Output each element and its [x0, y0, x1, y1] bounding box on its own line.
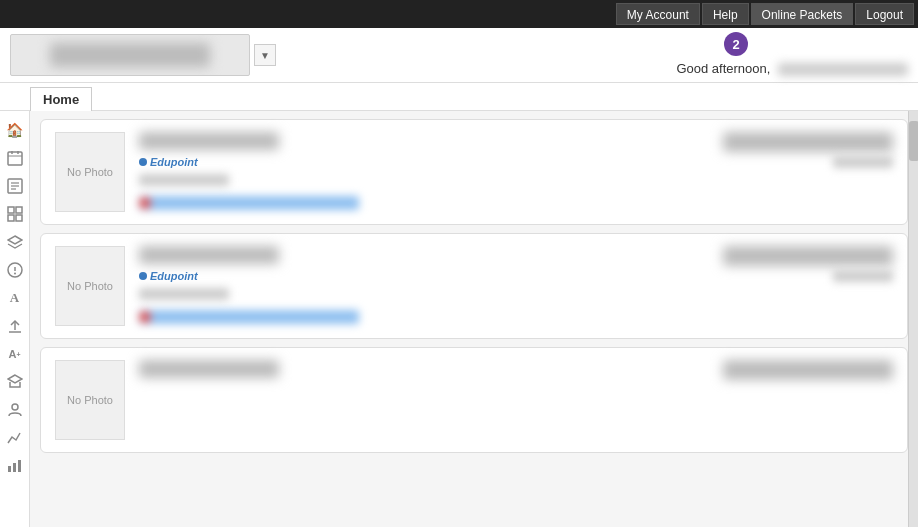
logo-box	[10, 34, 250, 76]
edupoint-dot	[139, 272, 147, 280]
font-icon[interactable]: A	[2, 285, 28, 311]
notification-badge[interactable]: 2	[724, 32, 748, 56]
card-right	[693, 360, 893, 380]
home-tab[interactable]: Home	[30, 87, 92, 111]
svg-rect-10	[8, 215, 14, 221]
student-card: No Photo Edupoint	[40, 233, 908, 339]
home-icon[interactable]: 🏠	[2, 117, 28, 143]
no-photo-label: No Photo	[67, 394, 113, 406]
student-card: No Photo Edupoint	[40, 119, 908, 225]
sidebar: 🏠 A A+	[0, 111, 30, 527]
school-sub-blur	[833, 270, 893, 282]
content-area: No Photo Edupoint No Photo	[30, 111, 918, 527]
no-photo-box: No Photo	[55, 132, 125, 212]
card-middle	[139, 360, 679, 378]
svg-rect-9	[16, 207, 22, 213]
student-name-blur	[139, 132, 279, 150]
link-icon	[139, 197, 151, 209]
edupoint-logo: Edupoint	[139, 270, 679, 282]
card-right	[693, 246, 893, 282]
edupoint-logo: Edupoint	[139, 156, 679, 168]
no-photo-label: No Photo	[67, 280, 113, 292]
upload-icon[interactable]	[2, 313, 28, 339]
student-link-blur[interactable]	[139, 196, 359, 210]
svg-marker-12	[8, 236, 22, 244]
svg-rect-20	[8, 466, 11, 472]
help-button[interactable]: Help	[702, 3, 749, 25]
svg-rect-22	[18, 460, 21, 472]
svg-rect-0	[8, 152, 22, 165]
scroll-thumb[interactable]	[909, 121, 918, 161]
school-sub-blur	[833, 156, 893, 168]
svg-point-15	[14, 273, 16, 275]
header-area: ▼ Good afternoon,	[0, 28, 918, 83]
student-link-blur[interactable]	[139, 310, 359, 324]
alert-icon[interactable]	[2, 257, 28, 283]
logo-image	[50, 43, 210, 67]
link-icon	[139, 311, 151, 323]
school-icon[interactable]	[2, 369, 28, 395]
no-photo-label: No Photo	[67, 166, 113, 178]
svg-rect-21	[13, 463, 16, 472]
scrollbar[interactable]	[908, 111, 918, 527]
grid-icon[interactable]	[2, 201, 28, 227]
svg-rect-11	[16, 215, 22, 221]
school-name-blur	[723, 360, 893, 380]
main-layout: 🏠 A A+	[0, 111, 918, 527]
card-middle: Edupoint	[139, 132, 679, 210]
school-name-blur	[723, 246, 893, 266]
bar-chart-icon[interactable]	[2, 453, 28, 479]
student-grade-blur	[139, 288, 229, 300]
logo-dropdown-button[interactable]: ▼	[254, 44, 276, 66]
card-right	[693, 132, 893, 168]
logout-button[interactable]: Logout	[855, 3, 914, 25]
calendar-icon[interactable]	[2, 145, 28, 171]
student-card: No Photo	[40, 347, 908, 453]
no-photo-box: No Photo	[55, 246, 125, 326]
edupoint-dot	[139, 158, 147, 166]
font-size-icon[interactable]: A+	[2, 341, 28, 367]
card-middle: Edupoint	[139, 246, 679, 324]
my-account-button[interactable]: My Account	[616, 3, 700, 25]
svg-point-19	[12, 404, 18, 410]
home-tab-bar: Home	[0, 83, 918, 111]
online-packets-button[interactable]: Online Packets	[751, 3, 854, 25]
top-navigation-bar: My Account Help Online Packets Logout	[0, 0, 918, 28]
user-name-blur	[778, 63, 908, 76]
student-name-blur	[139, 360, 279, 378]
student-name-blur	[139, 246, 279, 264]
checklist-icon[interactable]	[2, 173, 28, 199]
person-icon[interactable]	[2, 397, 28, 423]
line-chart-icon[interactable]	[2, 425, 28, 451]
no-photo-box: No Photo	[55, 360, 125, 440]
student-grade-blur	[139, 174, 229, 186]
svg-rect-8	[8, 207, 14, 213]
edupoint-label: Edupoint	[150, 270, 198, 282]
greeting-text: Good afternoon,	[676, 61, 908, 76]
svg-marker-18	[8, 375, 22, 383]
edupoint-label: Edupoint	[150, 156, 198, 168]
school-name-blur	[723, 132, 893, 152]
layers-icon[interactable]	[2, 229, 28, 255]
